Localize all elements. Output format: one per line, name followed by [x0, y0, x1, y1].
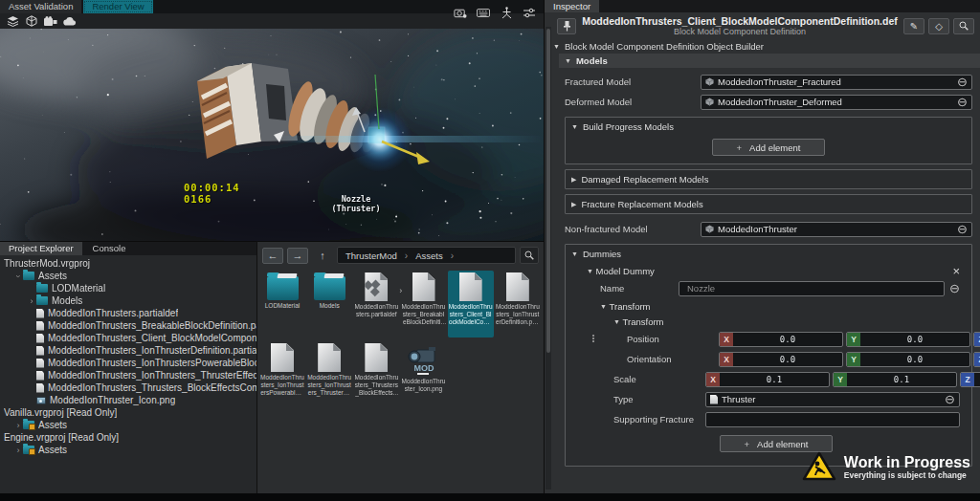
tree-item-file[interactable]: ModdedIonThrusters_Thrusters_BlockEffect…: [0, 381, 256, 394]
transform-outer-header[interactable]: ▼ Transform: [587, 298, 966, 314]
tree-item-folder[interactable]: › Assets: [0, 270, 256, 282]
chevron-down-icon[interactable]: ›: [13, 272, 23, 281]
scale-y-field[interactable]: Y: [833, 372, 957, 387]
settings-sliders-icon[interactable]: [523, 7, 536, 18]
tree-item-file[interactable]: ModdedIonThrusters_Client_BlockModelComp…: [0, 332, 256, 344]
models-section-header[interactable]: ▼ Models: [559, 54, 980, 68]
scale-x-input[interactable]: [720, 373, 829, 386]
pin-button[interactable]: [557, 18, 576, 34]
non-fractured-model-field[interactable]: ModdedIonThruster ⊖: [701, 222, 972, 237]
position-x-field[interactable]: X: [719, 332, 843, 347]
expanded-icon: ▼: [613, 318, 620, 325]
asset-cell-file[interactable]: ModdedIonThrusters_Thrusters_BlockEffect…: [353, 341, 399, 408]
tab-project-explorer[interactable]: Project Explorer: [0, 242, 82, 255]
deformed-model-field[interactable]: ModdedIonThruster_Deformed ⊖: [701, 95, 972, 110]
chevron-right-icon[interactable]: ›: [13, 446, 23, 455]
add-element-button[interactable]: + Add element: [720, 435, 833, 452]
scale-z-field[interactable]: Z: [960, 372, 980, 387]
node-button[interactable]: ◇: [928, 18, 949, 34]
render-canvas[interactable]: 00:00:14 0166 Nozzle (Thruster): [0, 29, 544, 241]
tree-item-image[interactable]: ModdedIonThruster_Icon.png: [0, 394, 256, 406]
asset-cell-file[interactable]: ModdedIonThrusters_BreakableBlockDefinit…: [401, 271, 447, 338]
breadcrumb[interactable]: ThrusterMod › Assets ›: [337, 247, 516, 264]
tree-item-folder[interactable]: LODMaterial: [0, 282, 256, 294]
tree-item-file[interactable]: ModdedIonThrusters_BreakableBlockDefinit…: [0, 319, 256, 332]
tree-item-folder[interactable]: › Assets: [0, 444, 256, 456]
chevron-right-icon[interactable]: ›: [13, 421, 23, 430]
orientation-y-field[interactable]: Y: [846, 352, 970, 367]
scale-z-input[interactable]: [974, 373, 980, 386]
cube-icon[interactable]: [25, 15, 38, 27]
tree-item-file[interactable]: ModdedIonThrusters_IonThrustersPowerable…: [0, 357, 256, 369]
damaged-replacement-header[interactable]: ▶ Damaged Replacement Models: [566, 170, 971, 188]
asset-cell-file[interactable]: › ModdedIonThrusters.partialdef: [353, 271, 399, 338]
tree-item-project[interactable]: Vanilla.vrgproj [Read Only]: [0, 406, 256, 419]
name-input[interactable]: [683, 283, 940, 294]
scale-y-input[interactable]: [847, 373, 956, 386]
position-z-field[interactable]: Z: [973, 332, 980, 347]
tree-item-project[interactable]: Engine.vrgproj [Read Only]: [0, 431, 256, 444]
supporting-fracture-field[interactable]: [705, 412, 960, 427]
breadcrumb-root[interactable]: ThrusterMod: [345, 250, 397, 261]
name-field[interactable]: [679, 281, 945, 296]
drag-handle[interactable]: [592, 335, 595, 343]
asset-cell-file[interactable]: ModdedIonThrusters_IonThrusters_Thruster…: [306, 341, 352, 408]
tree-item-file[interactable]: ModdedIonThrusters_IonThrusterDefinition…: [0, 344, 256, 357]
breadcrumb-child[interactable]: Assets: [415, 250, 443, 261]
tree-item-file[interactable]: ModdedIonThrusters.partialdef: [0, 307, 256, 319]
scale-x-field[interactable]: X: [705, 372, 830, 387]
asset-cell-file-selected[interactable]: ModdedIonThrusters_Client_BlockModelComp…: [448, 271, 494, 338]
asset-cell-folder[interactable]: LODMaterial: [259, 271, 305, 338]
tab-console[interactable]: Console: [84, 242, 135, 255]
orientation-x-input[interactable]: [733, 353, 842, 366]
dummies-header[interactable]: ▼ Dummies: [566, 245, 971, 263]
gizmo-axis-icon[interactable]: [500, 7, 513, 18]
tab-inspector[interactable]: Inspector: [545, 0, 599, 12]
deformed-model-value: ModdedIonThruster_Deformed: [718, 97, 953, 107]
layers-icon[interactable]: [6, 15, 19, 27]
close-icon[interactable]: ×: [952, 264, 960, 278]
tab-render-view[interactable]: Render View: [83, 0, 152, 13]
model-dummy-header[interactable]: ▼ Model Dummy ×: [587, 263, 966, 278]
orientation-y-input[interactable]: [860, 353, 969, 366]
fractured-model-field[interactable]: ModdedIonThruster_Fractured ⊖: [701, 75, 972, 90]
tree-item-project[interactable]: ThrusterMod.vrgproj: [0, 257, 256, 270]
search-button[interactable]: [520, 247, 539, 264]
orientation-z-field[interactable]: Z: [973, 352, 980, 367]
capture-camera-icon[interactable]: [454, 7, 467, 18]
chevron-right-icon[interactable]: ›: [27, 296, 36, 306]
transform-inner-header[interactable]: ▼ Transform: [587, 314, 966, 329]
tab-asset-validation[interactable]: Asset Validation: [0, 0, 81, 13]
cloud-icon[interactable]: [63, 15, 77, 27]
edit-button[interactable]: ✎: [903, 18, 924, 34]
asset-cell-file[interactable]: ModdedIonThrusters_IonThrustersPowerable…: [259, 341, 305, 408]
camera-icon[interactable]: [44, 15, 57, 27]
fracture-replacement-header[interactable]: ▶ Fracture Replacement Models: [566, 195, 971, 213]
orientation-x-field[interactable]: X: [719, 352, 843, 367]
position-y-field[interactable]: Y: [846, 332, 970, 347]
search-button[interactable]: [953, 18, 974, 34]
tree-item-folder[interactable]: › Assets: [0, 419, 256, 431]
position-x-input[interactable]: [733, 333, 842, 346]
forward-button[interactable]: →: [287, 248, 308, 264]
object-builder-header[interactable]: ▼ Block Model Component Definition Objec…: [551, 38, 980, 54]
remove-icon[interactable]: ⊖: [957, 223, 968, 235]
type-field[interactable]: Thruster ⊖: [705, 392, 960, 407]
remove-icon[interactable]: ⊖: [945, 393, 955, 405]
tree-item-file[interactable]: ModdedIonThrusters_IonThrusters_Thruster…: [0, 369, 256, 381]
remove-icon[interactable]: ⊖: [957, 96, 968, 108]
asset-cell-folder[interactable]: Models: [306, 271, 352, 338]
keyboard-icon[interactable]: [477, 7, 490, 18]
build-progress-header[interactable]: ▼ Build Progress Models: [566, 118, 971, 136]
asset-cell-image[interactable]: MOD ModdedIonThruster_Icon.png: [401, 341, 447, 408]
tree-item-folder[interactable]: › Models: [0, 294, 256, 307]
position-y-input[interactable]: [860, 333, 969, 346]
supporting-fracture-input[interactable]: [710, 414, 955, 425]
asset-cell-file[interactable]: ModdedIonThrusters_IonThrusterDefinition…: [495, 271, 541, 338]
back-button[interactable]: ←: [262, 248, 283, 264]
up-button[interactable]: ↑: [312, 248, 333, 264]
add-element-button[interactable]: + Add element: [712, 139, 825, 156]
remove-icon[interactable]: ⊖: [957, 76, 968, 88]
remove-icon[interactable]: ⊖: [949, 282, 960, 294]
scrollbar-thumb[interactable]: [546, 29, 550, 353]
